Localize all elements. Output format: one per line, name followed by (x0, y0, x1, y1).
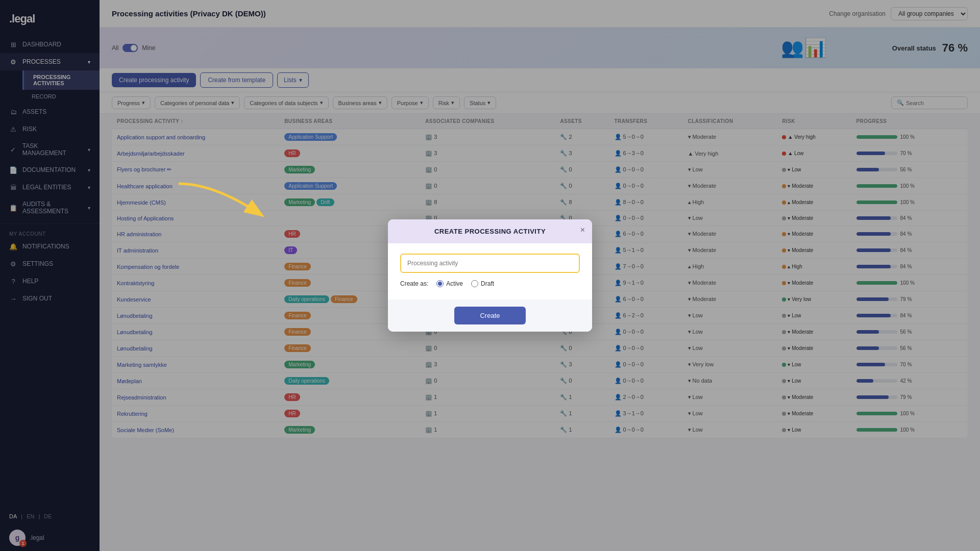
modal-create-button[interactable]: Create (454, 307, 525, 324)
modal-body: Create as: Active Draft (388, 243, 592, 299)
create-activity-modal: CREATE PROCESSING ACTIVITY × Create as: … (388, 219, 592, 332)
processing-activity-name-input[interactable] (400, 254, 580, 273)
create-as-label: Create as: (400, 280, 428, 287)
draft-radio-label[interactable]: Draft (471, 280, 494, 287)
draft-radio[interactable] (471, 280, 478, 287)
modal-header: CREATE PROCESSING ACTIVITY × (388, 219, 592, 243)
modal-close-button[interactable]: × (580, 226, 585, 235)
modal-overlay[interactable]: CREATE PROCESSING ACTIVITY × Create as: … (0, 0, 980, 551)
status-radio-group: Create as: Active Draft (400, 280, 580, 287)
active-radio-label[interactable]: Active (436, 280, 463, 287)
modal-title: CREATE PROCESSING ACTIVITY (434, 228, 546, 235)
active-radio[interactable] (436, 280, 444, 287)
modal-footer: Create (388, 299, 592, 332)
arrow-annotation (163, 179, 276, 240)
